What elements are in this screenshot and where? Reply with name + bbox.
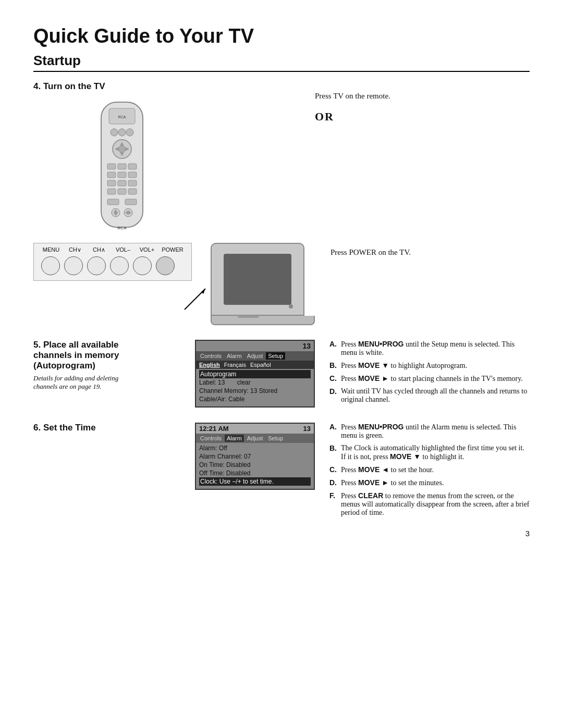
clock-row: Clock: Use −/+ to set time. bbox=[199, 477, 311, 486]
step5-channel-num: 13 bbox=[302, 342, 311, 350]
step5-instr-c: C. Press MOVE ► to start placing channel… bbox=[329, 374, 530, 383]
svg-point-3 bbox=[111, 129, 118, 136]
svg-marker-34 bbox=[201, 289, 205, 294]
svg-rect-24 bbox=[107, 199, 119, 205]
step6-menu-body: Alarm: Off Alarm Channel: 07 On Time: Di… bbox=[196, 443, 314, 489]
menu-btn[interactable] bbox=[41, 256, 60, 275]
panel-buttons bbox=[41, 256, 184, 275]
step4-heading: 4. Turn on the TV bbox=[33, 81, 211, 92]
tv-body bbox=[211, 243, 304, 316]
step5-section: 5. Place all availablechannels in memory… bbox=[33, 340, 530, 408]
svg-rect-15 bbox=[107, 172, 116, 178]
svg-text:RCA: RCA bbox=[118, 115, 126, 119]
or-text: OR bbox=[315, 110, 530, 124]
step6-tabs: Controls Alarm Adjust Setup bbox=[196, 434, 314, 443]
svg-rect-13 bbox=[118, 164, 126, 169]
step4-right: Press TV on the remote. OR bbox=[315, 81, 530, 129]
autoprogram-row: Autoprogram bbox=[199, 370, 311, 378]
step6-instr-f: F. Press CLEAR to remove the menus from … bbox=[329, 491, 530, 517]
step6-heading: 6. Set the Time bbox=[33, 423, 195, 433]
tv-base bbox=[211, 316, 315, 325]
step6-instructions: A. Press MENU•PROG until the Alarm menu … bbox=[329, 423, 530, 521]
step6-instr-b: B. The Clock is automatically highlighte… bbox=[329, 444, 530, 461]
svg-rect-16 bbox=[118, 172, 126, 178]
step6-section: 6. Set the Time 12:21 AM 13 Controls Ala… bbox=[33, 423, 530, 521]
arrow-svg bbox=[179, 283, 211, 315]
tv-control-panel: MENU CH∨ CH∧ VOL– VOL+ POWER bbox=[33, 243, 192, 281]
step5-instr-a: A. Press MENU•PROG until the Setup menu … bbox=[329, 340, 530, 357]
step5-left: 5. Place all availablechannels in memory… bbox=[33, 340, 195, 391]
volplus-btn[interactable] bbox=[133, 256, 152, 275]
step6-topbar: 12:21 AM 13 bbox=[196, 424, 314, 434]
lang-english: English bbox=[199, 362, 220, 368]
step6-tab-controls: Controls bbox=[198, 435, 224, 442]
tab-controls: Controls bbox=[198, 352, 224, 360]
svg-rect-25 bbox=[125, 199, 137, 205]
press-power-wrapper: Press POWER on the TV. bbox=[315, 243, 530, 257]
tv-slot bbox=[238, 315, 259, 318]
volplus-label: VOL+ bbox=[137, 246, 157, 253]
step5-menu-topbar: 13 bbox=[196, 341, 314, 351]
chup-label: CH∧ bbox=[89, 246, 109, 253]
label-row: Label: 13 clear bbox=[199, 378, 311, 387]
tab-setup: Setup bbox=[266, 352, 285, 360]
svg-point-4 bbox=[118, 129, 126, 136]
page-title: Quick Guide to Your TV bbox=[33, 25, 530, 47]
tv-monitor bbox=[211, 243, 315, 325]
step5-menu-body: Autoprogram Label: 13 clear Channel Memo… bbox=[196, 369, 314, 406]
tv-section: MENU CH∨ CH∧ VOL– VOL+ POWER bbox=[33, 243, 530, 325]
svg-rect-23 bbox=[128, 189, 137, 194]
remote-image: RCA bbox=[33, 97, 211, 243]
alarm-off-row: Alarm: Off bbox=[199, 444, 311, 452]
volminus-label: VOL– bbox=[113, 246, 133, 253]
svg-rect-12 bbox=[107, 164, 116, 169]
panel-labels: MENU CH∨ CH∧ VOL– VOL+ POWER bbox=[41, 246, 184, 253]
svg-point-11 bbox=[119, 146, 125, 152]
step5-heading: 5. Place all availablechannels in memory… bbox=[33, 340, 195, 371]
step5-menu-tabs: Controls Alarm Adjust Setup bbox=[196, 351, 314, 361]
step5-instr-d: D. Wait until TV has cycled through all … bbox=[329, 387, 530, 404]
svg-rect-22 bbox=[118, 189, 126, 194]
step6-instr-a: A. Press MENU•PROG until the Alarm menu … bbox=[329, 423, 530, 440]
chdown-label: CH∨ bbox=[65, 246, 85, 253]
step5-instructions: A. Press MENU•PROG until the Setup menu … bbox=[329, 340, 530, 408]
svg-rect-19 bbox=[118, 180, 126, 186]
alarm-channel-row: Alarm Channel: 07 bbox=[199, 452, 311, 461]
svg-point-5 bbox=[126, 129, 133, 136]
svg-rect-20 bbox=[128, 180, 137, 186]
step6-tab-setup: Setup bbox=[266, 435, 285, 442]
tab-adjust: Adjust bbox=[245, 352, 265, 360]
svg-rect-18 bbox=[107, 180, 116, 186]
tv-screen bbox=[224, 254, 291, 305]
press-power-text: Press POWER on the TV. bbox=[331, 248, 411, 256]
svg-text:RCA: RCA bbox=[117, 226, 127, 230]
step6-tab-alarm: Alarm bbox=[225, 435, 244, 442]
step5-instr-b: B. Press MOVE ▼ to highlight Autoprogram… bbox=[329, 361, 530, 370]
step6-time: 12:21 AM bbox=[199, 425, 229, 433]
volminus-btn[interactable] bbox=[110, 256, 129, 275]
off-time-row: Off Time: Disabled bbox=[199, 469, 311, 477]
lang-francais: Français bbox=[224, 362, 246, 368]
chdown-btn[interactable] bbox=[64, 256, 83, 275]
press-tv-text: Press TV on the remote. bbox=[315, 92, 530, 101]
step6-instr-c: C. Press MOVE ◄ to set the hour. bbox=[329, 465, 530, 474]
step4-left: 4. Turn on the TV RCA bbox=[33, 81, 211, 243]
step5-note: Details for adding and deleting channels… bbox=[33, 374, 195, 391]
remote-svg: RCA bbox=[91, 97, 153, 243]
chup-btn[interactable] bbox=[87, 256, 106, 275]
tv-dot bbox=[289, 304, 293, 309]
menu-label: MENU bbox=[41, 246, 61, 253]
svg-rect-17 bbox=[128, 172, 137, 178]
svg-rect-14 bbox=[128, 164, 137, 169]
channel-memory-row: Channel Memory: 13 Stored bbox=[199, 387, 311, 395]
svg-rect-21 bbox=[107, 189, 116, 194]
step4-section: 4. Turn on the TV RCA bbox=[33, 81, 530, 243]
power-btn[interactable] bbox=[156, 256, 175, 275]
tab-alarm: Alarm bbox=[225, 352, 244, 360]
tv-panel-wrapper: MENU CH∨ CH∧ VOL– VOL+ POWER bbox=[33, 243, 195, 281]
step5-menu-screen: 13 Controls Alarm Adjust Setup English F… bbox=[195, 340, 315, 408]
step4-center bbox=[211, 81, 315, 87]
on-time-row: On Time: Disabled bbox=[199, 461, 311, 469]
cable-air-row: Cable/Air: Cable bbox=[199, 395, 311, 403]
page-number: 3 bbox=[525, 529, 530, 538]
